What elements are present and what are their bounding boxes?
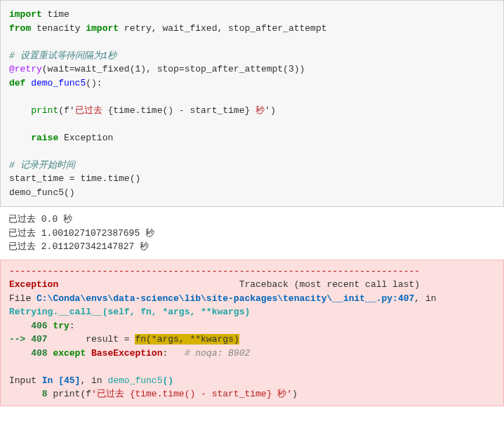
function-name: demo_func5: [25, 78, 86, 88]
error-text: ): [292, 389, 298, 399]
keyword-from: from: [9, 23, 31, 34]
code-text: time: [42, 9, 69, 20]
error-string: '已过去 {time.time() - start_time} 秒': [91, 389, 292, 399]
code-text: '): [265, 105, 276, 116]
builtin-print: print: [48, 389, 81, 399]
error-input-prefix: Input: [9, 375, 42, 386]
error-cell: ----------------------------------------…: [0, 260, 504, 406]
error-function: demo_func5: [107, 375, 162, 386]
error-input-ref: In [45]: [42, 375, 81, 386]
output-line: 已过去 1.0010271072387695 秒: [8, 228, 154, 239]
decorator: @retry: [9, 64, 42, 74]
error-base-exception: BaseException: [86, 348, 162, 359]
error-args: (self, fn, *args, **kwargs): [102, 307, 251, 317]
keyword-except: except: [48, 348, 86, 359]
code-string: 秒: [250, 105, 265, 116]
code-text: tenacity: [31, 23, 86, 34]
error-text: , in: [414, 293, 442, 304]
keyword-import: import: [9, 9, 42, 20]
error-text: result =: [48, 334, 135, 345]
error-file-prefix: File: [9, 293, 37, 304]
error-text: :: [69, 321, 75, 331]
code-comment: # 记录开始时间: [9, 160, 75, 170]
error-arrow: -->: [9, 334, 31, 345]
code-comment: # 设置重试等待间隔为1秒: [9, 51, 117, 61]
code-number: 3: [289, 64, 294, 74]
error-args: (): [162, 375, 173, 386]
output-line: 已过去 2.011207342147827 秒: [8, 241, 149, 252]
error-lineno: 407: [31, 334, 47, 345]
error-lineno: 8: [9, 389, 48, 399]
code-expr: {time.time() - start_time}: [107, 105, 250, 116]
keyword-import: import: [86, 23, 119, 34]
error-highlight: fn(*args, **kwargs): [135, 334, 239, 345]
code-text: ():: [86, 78, 102, 88]
error-file-path: C:\Conda\envs\data-science\lib\site-pack…: [37, 293, 414, 304]
code-text: (f': [58, 105, 74, 116]
code-text: ), stop=stop_after_attempt(: [140, 64, 289, 74]
error-traceback-label: Traceback (most recent call last): [58, 279, 420, 290]
keyword-try: try: [48, 321, 69, 331]
keyword-def: def: [9, 78, 25, 88]
code-cell: import time from tenacity import retry, …: [0, 0, 504, 207]
error-comment: # noqa: B902: [168, 348, 250, 359]
output-line: 已过去 0.0 秒: [8, 214, 72, 225]
error-lineno: 406: [9, 321, 48, 331]
code-text: )): [294, 64, 305, 74]
error-function: Retrying.__call__: [9, 307, 102, 317]
code-text: demo_func5(): [9, 187, 75, 198]
code-string: 已过去: [75, 105, 108, 116]
error-separator: ----------------------------------------…: [9, 266, 420, 276]
error-text: (f: [80, 389, 91, 399]
error-exception-name: Exception: [9, 279, 58, 290]
error-lineno: 408: [9, 348, 48, 359]
output-cell: 已过去 0.0 秒 已过去 1.0010271072387695 秒 已过去 2…: [0, 207, 504, 260]
builtin-print: print: [9, 105, 58, 116]
keyword-raise: raise: [9, 133, 58, 143]
code-text: start_time = time.time(): [9, 173, 140, 184]
code-text: Exception: [58, 133, 113, 143]
code-text: retry, wait_fixed, stop_after_attempt: [119, 23, 326, 34]
error-text: , in: [80, 375, 107, 386]
code-text: (wait=wait_fixed(: [42, 64, 135, 74]
